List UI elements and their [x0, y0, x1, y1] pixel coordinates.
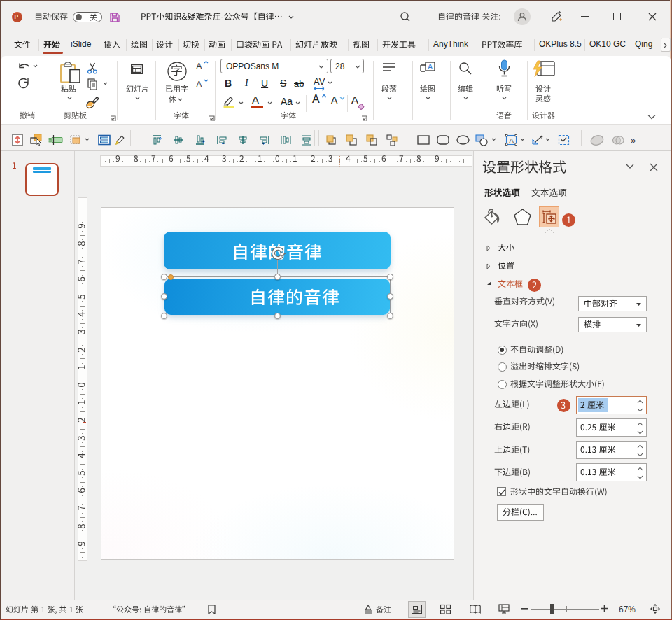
svg-text:P: P: [15, 13, 19, 20]
svg-text:A: A: [428, 63, 433, 71]
svg-text:A: A: [509, 136, 514, 144]
